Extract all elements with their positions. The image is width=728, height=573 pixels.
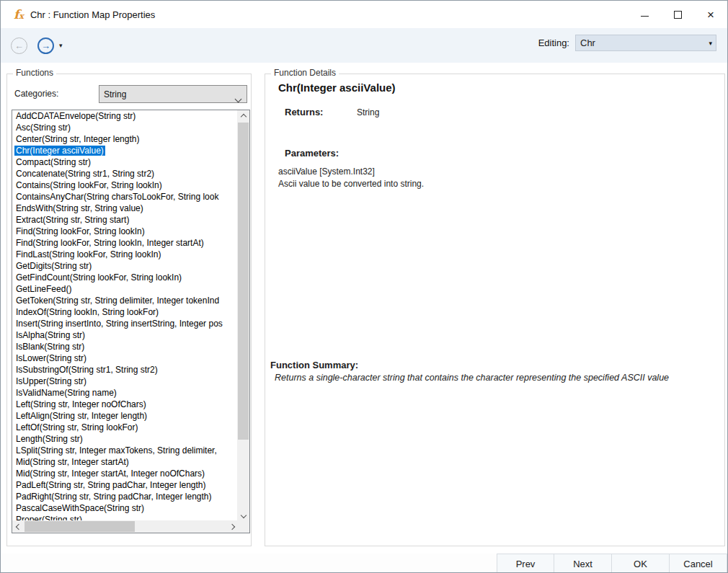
function-list-item[interactable]: GetDigits(String str) [12,260,238,272]
function-list-item[interactable]: Find(String lookFor, String lookIn) [12,226,238,237]
scroll-right-button[interactable] [226,520,238,533]
scroll-down-button[interactable] [237,509,249,521]
function-list-item[interactable]: EndsWith(String str, String value) [12,203,238,214]
function-list-item[interactable]: Concatenate(String str1, String str2) [12,168,238,179]
function-list-item[interactable]: IsBlank(String str) [12,341,238,352]
function-list-item[interactable]: Mid(String str, Integer startAt) [12,456,238,468]
maximize-button[interactable] [661,1,694,28]
functions-groupbox-title: Functions [13,68,56,78]
function-listbox: AddCDATAEnvelope(String str)Asc(String s… [12,110,250,533]
close-icon: × [707,9,714,21]
cancel-button[interactable]: Cancel [670,554,727,573]
vertical-scrollbar-thumb[interactable] [238,123,249,440]
editing-section: Editing: Chr ▾ [538,35,716,51]
function-list-item[interactable]: LSplit(String str, Integer maxTokens, St… [12,445,238,456]
function-list-item[interactable]: Extract(String str, String start) [12,214,238,226]
forward-history-dropdown[interactable]: ▾ [59,42,63,49]
dropdown-arrow-icon: ▾ [709,40,712,47]
window-controls: × [628,1,727,28]
function-list-item[interactable]: GetFindCount(String lookFor, String look… [12,272,238,283]
parameters-label: Parameters: [285,148,339,159]
function-list-item[interactable]: Compact(String str) [12,156,238,168]
function-list-item[interactable]: IsValidName(String name) [12,387,238,399]
horizontal-scrollbar[interactable] [12,520,238,533]
chevron-up-icon [240,113,246,119]
function-list-item[interactable]: Find(String lookFor, String lookIn, Inte… [12,237,238,249]
function-list-item[interactable]: LeftOf(String str, String lookFor) [12,422,238,433]
function-list-item[interactable]: Left(String str, Integer noOfChars) [12,399,238,410]
ok-button[interactable]: OK [612,554,670,573]
horizontal-scrollbar-thumb[interactable] [25,521,135,532]
scroll-up-button[interactable] [237,110,249,123]
function-details-groupbox-title: Function Details [271,68,339,78]
returns-value: String [357,107,379,117]
returns-label: Returns: [285,107,323,117]
function-list-item[interactable]: GetLineFeed() [12,283,238,295]
function-list-item[interactable]: AddCDATAEnvelope(String str) [12,110,238,122]
function-list-item[interactable]: Center(String str, Integer length) [12,133,238,145]
navigation-toolbar: ← → ▾ Editing: Chr ▾ [1,28,727,63]
categories-combobox-value: String [104,89,126,99]
function-summary-label: Function Summary: [270,360,358,370]
function-list-item[interactable]: IndexOf(String lookIn, String lookFor) [12,306,238,318]
minimize-icon [641,16,649,17]
function-list-item[interactable]: ContainsAnyChar(String charsToLookFor, S… [12,191,238,203]
vertical-scrollbar[interactable] [237,110,249,521]
editing-combobox-value: Chr [580,37,595,48]
categories-label: Categories: [14,89,58,99]
parameter-description: Ascii value to be converted into string. [278,179,424,189]
function-list-item[interactable]: IsAlpha(String str) [12,329,238,341]
next-button[interactable]: Next [554,554,612,573]
close-button[interactable]: × [694,1,727,28]
function-list-item[interactable]: PadRight(String str, String padChar, Int… [12,491,238,502]
function-list-item[interactable]: PadLeft(String str, String padChar, Inte… [12,479,238,491]
function-list-item[interactable]: Asc(String str) [12,122,238,133]
function-list-item[interactable]: Chr(Integer asciiValue) [12,145,238,156]
function-list-item[interactable]: GetToken(String str, String delimiter, I… [12,295,238,306]
maximize-icon [674,11,682,19]
fx-function-icon: fx [14,9,24,21]
function-list-item[interactable]: IsUpper(String str) [12,376,238,387]
arrow-right-icon: → [41,41,50,50]
function-list-item[interactable]: Length(String str) [12,433,238,445]
forward-button[interactable]: → [37,37,54,54]
function-list-item[interactable]: Insert(String insertInto, String insertS… [12,318,238,329]
functions-groupbox: Functions Categories: String AddCDATAEnv… [6,74,252,546]
function-list-item[interactable]: IsSubstringOf(String str1, String str2) [12,364,238,376]
chevron-down-icon [240,512,246,518]
function-list: AddCDATAEnvelope(String str)Asc(String s… [12,110,238,521]
editing-label: Editing: [538,37,569,48]
function-details-groupbox: Function Details Chr(Integer asciiValue)… [265,74,725,546]
parameter-name: asciiValue [System.Int32] [278,166,375,177]
scrollbar-corner [237,520,249,533]
function-list-item[interactable]: Contains(String lookFor, String lookIn) [12,179,238,191]
chevron-left-icon [15,523,21,529]
prev-button[interactable]: Prev [497,554,554,573]
function-summary-text: Returns a single-character string that c… [275,373,669,383]
categories-combobox[interactable]: String [99,85,247,103]
function-list-item[interactable]: Mid(String str, Integer startAt, Integer… [12,468,238,479]
function-list-item[interactable]: PascalCaseWithSpace(String str) [12,502,238,514]
back-button[interactable]: ← [11,37,27,54]
function-list-item[interactable]: LeftAlign(String str, Integer length) [12,410,238,422]
function-list-item[interactable]: FindLast(String lookFor, String lookIn) [12,249,238,260]
editing-combobox[interactable]: Chr ▾ [575,35,716,51]
function-map-properties-dialog: fx Chr : Function Map Properties × ← → ▾… [0,0,728,573]
scroll-left-button[interactable] [12,520,25,533]
footer-button-bar: Prev Next OK Cancel [1,554,727,573]
window-title: Chr : Function Map Properties [30,9,155,20]
arrow-left-icon: ← [14,41,24,50]
minimize-button[interactable] [628,1,661,28]
function-list-item[interactable]: IsLower(String str) [12,352,238,364]
chevron-down-icon [236,92,241,105]
function-signature: Chr(Integer asciiValue) [278,81,396,94]
title-bar: fx Chr : Function Map Properties × [1,1,727,28]
chevron-right-icon [228,523,234,529]
